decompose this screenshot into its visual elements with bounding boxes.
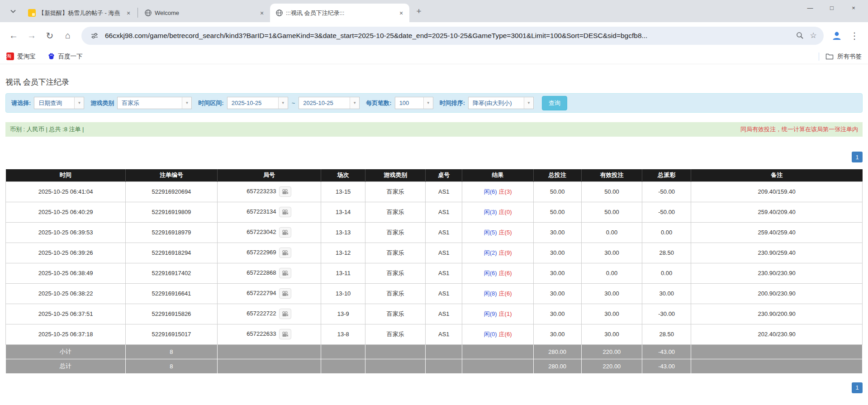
column-header: 有效投注 xyxy=(581,169,642,181)
replay-video-button[interactable] xyxy=(279,227,291,238)
browser-menu-icon[interactable]: ⋮ xyxy=(845,27,863,45)
result-player: 闲(8) xyxy=(484,290,497,297)
cell-round-id: 657222794 xyxy=(217,283,321,304)
tab-welcome[interactable]: Welcome × xyxy=(139,4,270,22)
minimize-button[interactable]: — xyxy=(799,0,821,15)
globe-icon xyxy=(275,9,283,17)
query-type-select[interactable]: 日期查询 ▼ xyxy=(34,97,84,109)
notice-text: 同局有效投注，统一计算在该局第一张注单内 xyxy=(740,125,858,133)
replay-video-button[interactable] xyxy=(279,268,291,278)
tab-search-button[interactable] xyxy=(5,4,21,19)
site-settings-icon[interactable] xyxy=(88,29,101,43)
camera-icon xyxy=(282,210,289,215)
cell-total-bet: 30.00 xyxy=(533,222,581,243)
search-button[interactable]: 查询 xyxy=(542,96,567,110)
home-button[interactable]: ⌂ xyxy=(59,27,77,45)
replay-video-button[interactable] xyxy=(279,186,291,197)
chevron-down-icon: ▼ xyxy=(74,97,84,109)
cell-note: 209.40/159.40 xyxy=(691,181,863,202)
replay-video-button[interactable] xyxy=(279,207,291,217)
cell-round-id: 657223134 xyxy=(217,202,321,222)
maximize-button[interactable]: □ xyxy=(821,0,843,15)
cell-session: 13-14 xyxy=(321,202,365,222)
cell-payout: -30.00 xyxy=(642,304,691,324)
cell-note: 259.40/209.40 xyxy=(691,202,863,222)
reload-button[interactable]: ↻ xyxy=(41,27,59,45)
bookmark-baidu[interactable]: 百度一下 xyxy=(47,52,83,61)
replay-video-button[interactable] xyxy=(279,329,291,339)
result-banker: 庄(0) xyxy=(499,209,512,215)
date-end-input[interactable]: 2025-10-25 ▼ xyxy=(299,97,360,109)
totals-empty xyxy=(217,344,321,359)
date-end-value: 2025-10-25 xyxy=(299,97,350,109)
result-player: 闲(9) xyxy=(484,310,497,317)
profile-avatar[interactable] xyxy=(828,27,845,44)
query-type-label: 请选择: xyxy=(11,99,31,107)
window-close-button[interactable]: × xyxy=(843,0,864,15)
address-bar[interactable]: 66cxkj98.com/game/betrecord_search/kind3… xyxy=(81,27,824,45)
cell-total-bet: 30.00 xyxy=(533,283,581,304)
cell-payout: -50.00 xyxy=(642,181,691,202)
close-icon[interactable]: × xyxy=(257,9,266,18)
round-id-text: 657223134 xyxy=(247,208,276,215)
cell-game-type: 百家乐 xyxy=(365,324,426,344)
cell-payout: 30.00 xyxy=(642,283,691,304)
all-bookmarks-label: 所有书签 xyxy=(837,52,862,61)
cell-note: 259.40/259.40 xyxy=(691,222,863,243)
date-start-input[interactable]: 2025-10-25 ▼ xyxy=(227,97,288,109)
replay-video-button[interactable] xyxy=(279,309,291,319)
all-bookmarks[interactable]: 所有书签 xyxy=(819,52,862,61)
cell-result: 闲(6)庄(3) xyxy=(462,181,533,202)
cell-table-no: AS1 xyxy=(426,181,462,202)
close-icon[interactable]: × xyxy=(397,9,406,18)
back-button[interactable]: ← xyxy=(5,27,23,45)
chevron-down-icon: ▼ xyxy=(423,97,433,109)
tab-bet-records[interactable]: :::视讯 会员下注纪录::: × xyxy=(270,4,409,22)
page-size-select[interactable]: 100 ▼ xyxy=(395,97,433,109)
replay-video-button[interactable] xyxy=(279,288,291,299)
camera-icon xyxy=(282,311,289,317)
cell-round-id: 657222722 xyxy=(217,304,321,324)
cell-valid-bet: 0.00 xyxy=(581,263,642,283)
page-1-button[interactable]: 1 xyxy=(852,152,863,162)
result-player: 闲(0) xyxy=(484,331,497,338)
grand-total-row: 总计8280.00220.00-43.00 xyxy=(6,359,863,373)
cell-table-no: AS1 xyxy=(426,222,462,243)
date-start-value: 2025-10-25 xyxy=(228,97,278,109)
zoom-icon[interactable] xyxy=(793,29,806,43)
tab-title: Welcome xyxy=(155,10,255,16)
cell-valid-bet: 0.00 xyxy=(581,222,642,243)
cell-game-type: 百家乐 xyxy=(365,222,426,243)
table-row: 2025-10-25 06:38:49522916917402657222868… xyxy=(6,263,863,283)
page-size-label: 每页笔数: xyxy=(366,99,391,107)
cell-result: 闲(2)庄(9) xyxy=(462,243,533,263)
round-id-text: 657222633 xyxy=(247,330,276,337)
camera-icon xyxy=(282,291,289,296)
tab-title: 【新提醒】杨雪儿的帖子 - 海燕 xyxy=(38,9,121,17)
replay-video-button[interactable] xyxy=(279,248,291,258)
bookmark-taobao[interactable]: 淘 爱淘宝 xyxy=(6,52,36,61)
tab-strip: 【新提醒】杨雪儿的帖子 - 海燕 × Welcome × :::视讯 会员下注纪… xyxy=(0,0,868,22)
cell-game-type: 百家乐 xyxy=(365,181,426,202)
forward-button[interactable]: → xyxy=(23,27,41,45)
totals-empty xyxy=(691,359,863,373)
tab-forum[interactable]: 【新提醒】杨雪儿的帖子 - 海燕 × xyxy=(23,4,137,22)
cell-game-type: 百家乐 xyxy=(365,243,426,263)
new-tab-button[interactable]: + xyxy=(412,5,426,18)
totals-label: 总计 xyxy=(6,359,126,373)
page-1-button[interactable]: 1 xyxy=(852,382,863,393)
result-banker: 庄(3) xyxy=(499,188,512,195)
table-row: 2025-10-25 06:41:04522916920694657223233… xyxy=(6,181,863,202)
cell-table-no: AS1 xyxy=(426,283,462,304)
cell-session: 13-10 xyxy=(321,283,365,304)
cell-result: 闲(6)庄(6) xyxy=(462,263,533,283)
cell-payout: 28.50 xyxy=(642,324,691,344)
cell-session: 13-8 xyxy=(321,324,365,344)
game-kind-select[interactable]: 百家乐 ▼ xyxy=(117,97,192,109)
bookmark-star-icon[interactable]: ☆ xyxy=(806,29,820,43)
camera-icon xyxy=(282,332,289,337)
round-id-text: 657222722 xyxy=(247,310,276,317)
close-icon[interactable]: × xyxy=(124,9,133,18)
cell-result: 闲(0)庄(6) xyxy=(462,324,533,344)
sort-select[interactable]: 降幂(由大到小) ▼ xyxy=(468,97,534,109)
